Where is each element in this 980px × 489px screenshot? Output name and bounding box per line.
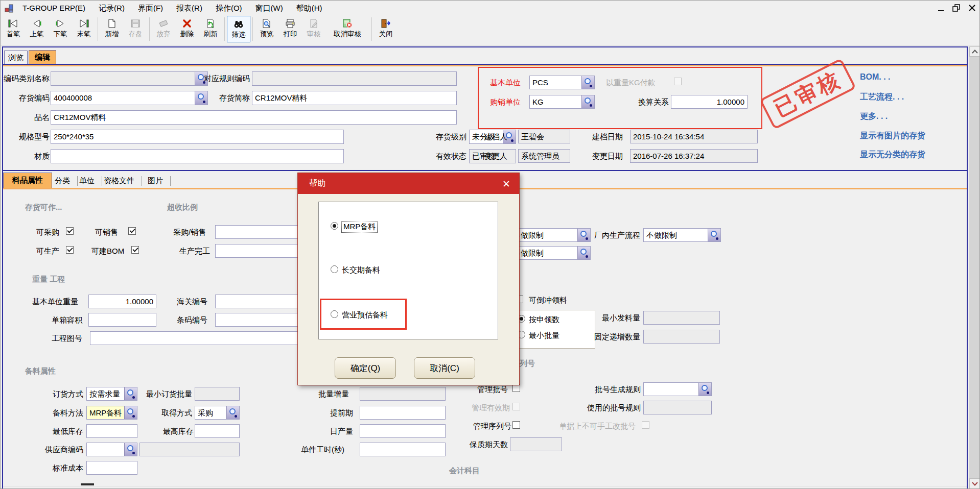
- menu-window[interactable]: 窗口(W): [249, 1, 290, 16]
- cancel-audit-button[interactable]: 取消审核: [325, 16, 369, 42]
- std-cost-field[interactable]: [86, 461, 137, 475]
- lookup-icon[interactable]: [581, 76, 595, 89]
- option-forecast-label[interactable]: 营业预估备料: [342, 310, 388, 320]
- supplier-code-field[interactable]: [86, 443, 137, 456]
- option-long-lead-label[interactable]: 长交期备料: [342, 265, 380, 275]
- manage-batch-checkbox[interactable]: [512, 384, 520, 392]
- batch-rule-label: 批号生成规则: [595, 385, 641, 395]
- lookup-icon[interactable]: [124, 387, 137, 401]
- menu-help[interactable]: 帮助(H): [290, 1, 329, 16]
- minimize-icon[interactable]: [937, 5, 945, 15]
- producible-checkbox[interactable]: [66, 246, 74, 254]
- next-record-button[interactable]: 下笔: [49, 16, 72, 42]
- last-record-button[interactable]: 末笔: [72, 16, 96, 42]
- link-more[interactable]: 更多. . .: [860, 111, 888, 122]
- subtab-item-category[interactable]: 分类: [55, 176, 78, 186]
- lookup-icon[interactable]: [581, 95, 595, 109]
- delete-button[interactable]: 删除: [175, 16, 199, 42]
- link-process-flow[interactable]: 工艺流程. . .: [860, 92, 904, 103]
- scroll-down-button[interactable]: [969, 478, 980, 489]
- prev-record-button[interactable]: 上笔: [25, 16, 49, 42]
- subtab-item-unit[interactable]: 单位: [79, 176, 102, 186]
- inv-code-field[interactable]: 400400008: [51, 91, 208, 105]
- drawing-no-field[interactable]: [90, 331, 328, 345]
- help-dialog-titlebar[interactable]: 帮助: [298, 173, 519, 194]
- lookup-icon[interactable]: [124, 406, 137, 420]
- scroll-up-button[interactable]: [969, 46, 980, 57]
- link-show-unclassified[interactable]: 显示无分类的存货: [860, 150, 925, 160]
- link-show-with-image[interactable]: 显示有图片的存货: [860, 131, 925, 141]
- restore-icon[interactable]: [952, 4, 961, 14]
- menu-operation[interactable]: 操作(O): [209, 1, 249, 16]
- customs-code-label: 海关编号: [177, 297, 207, 307]
- supply-limit-field-1[interactable]: 不做限制: [510, 228, 591, 242]
- lookup-icon[interactable]: [708, 228, 721, 242]
- manage-serial-checkbox[interactable]: [512, 421, 520, 429]
- sellable-checkbox[interactable]: [128, 227, 136, 235]
- daily-output-field[interactable]: [360, 424, 446, 438]
- link-bom[interactable]: BOM. . .: [860, 72, 891, 82]
- option-forecast-radio[interactable]: [331, 310, 338, 318]
- menu-interface[interactable]: 界面(F): [131, 1, 170, 16]
- ok-button[interactable]: 确定(Q): [335, 357, 396, 379]
- used-rule-label: 使用的批号规则: [587, 403, 641, 413]
- refresh-icon: [205, 17, 216, 30]
- print-button[interactable]: 打印: [278, 16, 302, 42]
- acquire-mode-label: 取得方式: [161, 408, 192, 418]
- vertical-scrollbar[interactable]: [969, 46, 980, 489]
- lookup-icon[interactable]: [124, 443, 137, 456]
- spec-field[interactable]: 250*240*35: [51, 130, 344, 144]
- box-volume-field[interactable]: [88, 313, 156, 327]
- order-mode-field[interactable]: 按需求量: [86, 387, 137, 401]
- material-field[interactable]: [51, 149, 344, 163]
- product-name-field[interactable]: CR12MOV精料: [51, 110, 457, 125]
- unit-time-field[interactable]: [360, 443, 446, 456]
- subtab-item-qualification[interactable]: 资格文件: [104, 176, 142, 186]
- menu-record[interactable]: 记录(R): [92, 1, 131, 16]
- min-stock-field[interactable]: [86, 424, 137, 438]
- close-window-button[interactable]: 关闭: [374, 16, 398, 42]
- base-unit-field[interactable]: PCS: [529, 76, 595, 89]
- first-record-button[interactable]: 首笔: [2, 16, 25, 42]
- supplier-name-field: [139, 443, 240, 456]
- purchasable-checkbox[interactable]: [66, 227, 74, 235]
- preview-button[interactable]: 预览: [255, 16, 278, 42]
- cancel-button[interactable]: 取消(C): [414, 357, 475, 379]
- inv-abbr-label: 存货简称: [219, 93, 250, 103]
- option-mrp-radio[interactable]: [331, 222, 338, 230]
- tab-browse[interactable]: 浏览: [4, 51, 28, 64]
- lookup-icon[interactable]: [577, 246, 591, 260]
- conversion-field[interactable]: 1.00000: [671, 95, 748, 109]
- max-stock-field[interactable]: [195, 424, 240, 438]
- acquire-mode-field[interactable]: 采购: [195, 406, 240, 420]
- trade-unit-field[interactable]: KG: [529, 95, 595, 109]
- batch-rule-field[interactable]: [643, 382, 712, 396]
- lead-time-field[interactable]: [360, 406, 446, 420]
- subtab-item-attributes[interactable]: 料品属性: [3, 173, 52, 188]
- lookup-icon[interactable]: [195, 91, 208, 105]
- option-mrp-label[interactable]: MRP备料: [342, 222, 377, 232]
- factory-flow-field[interactable]: 不做限制: [643, 228, 721, 242]
- base-weight-field[interactable]: 1.00000: [88, 295, 156, 308]
- option-long-lead-radio[interactable]: [331, 265, 338, 273]
- supply-limit-field-2[interactable]: 不做限制: [510, 246, 591, 260]
- nav-first-icon: [8, 17, 19, 30]
- new-button[interactable]: 新增: [100, 16, 124, 42]
- dialog-close-icon[interactable]: ✕: [501, 178, 512, 189]
- inv-abbr-field[interactable]: CR12MOV精料: [252, 91, 457, 105]
- can-bom-checkbox[interactable]: [131, 246, 139, 254]
- lookup-icon[interactable]: [226, 406, 240, 420]
- filter-button[interactable]: 筛选: [227, 16, 250, 42]
- tab-edit[interactable]: 编辑: [29, 50, 56, 64]
- lookup-icon[interactable]: [698, 382, 712, 396]
- refresh-button[interactable]: 刷新: [199, 16, 222, 42]
- menu-report[interactable]: 报表(R): [170, 1, 209, 16]
- no-manual-edit-checkbox: [642, 421, 649, 429]
- toolbar-separator: [371, 17, 372, 41]
- close-icon[interactable]: [968, 4, 976, 14]
- subtab-item-image[interactable]: 图片: [148, 176, 171, 186]
- prepare-method-field[interactable]: MRP备料: [86, 406, 137, 420]
- modified-date-field: 2016-07-26 16:37:24: [630, 149, 758, 163]
- lookup-icon[interactable]: [577, 228, 591, 242]
- menu-tgroup-erp[interactable]: T-GROUP ERP(E): [16, 1, 92, 16]
